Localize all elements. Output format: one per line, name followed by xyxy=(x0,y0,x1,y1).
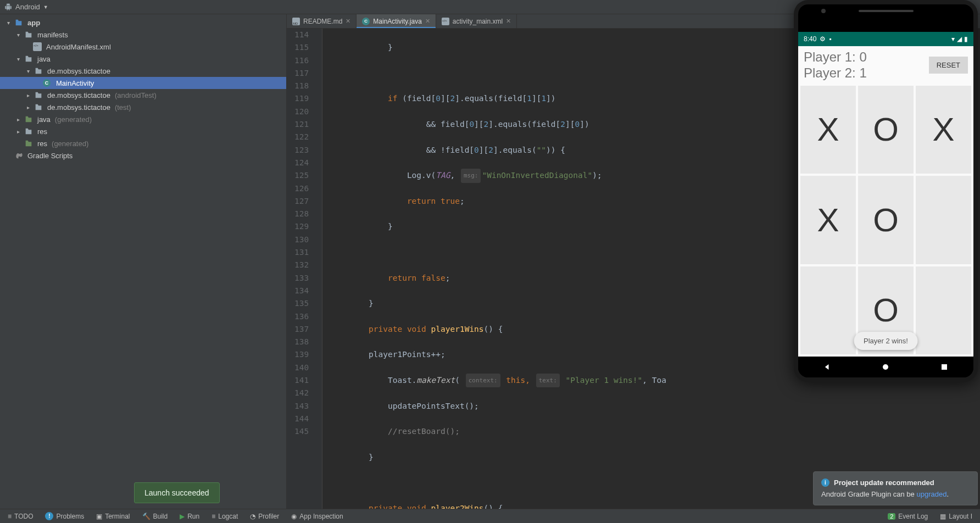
line-number: 120 xyxy=(294,105,309,118)
chevron-right-icon: ▸ xyxy=(14,116,22,123)
fold-column[interactable] xyxy=(315,29,322,509)
reset-button[interactable]: RESET xyxy=(929,57,968,74)
status-bar: 8:40 ⚙ ▪ ▾ ◢ ▮ xyxy=(798,32,973,46)
tree-node-gradle[interactable]: Gradle Scripts xyxy=(0,149,286,162)
xml-file-icon xyxy=(33,42,42,51)
ttt-cell-5[interactable] xyxy=(916,176,971,264)
home-button[interactable] xyxy=(880,361,891,372)
tree-label: Gradle Scripts xyxy=(27,152,73,160)
gear-icon: ⚙ xyxy=(820,35,826,43)
class-icon: C xyxy=(43,79,51,87)
line-number: 142 xyxy=(294,387,309,399)
java-class-icon xyxy=(362,18,370,25)
signal-icon: ◢ xyxy=(957,35,962,43)
tab-mainactivity[interactable]: MainActivity.java ✕ xyxy=(357,14,436,28)
ttt-cell-1[interactable]: O xyxy=(858,86,914,174)
ttt-cell-2[interactable]: X xyxy=(916,86,971,174)
close-icon[interactable]: ✕ xyxy=(506,18,511,25)
tree-node-app[interactable]: ▾ app xyxy=(0,16,286,29)
tree-node-java-gen[interactable]: ▸ java (generated) xyxy=(0,113,286,125)
project-panel[interactable]: ▾ app ▾ manifests AndroidManifest.xml ▾ … xyxy=(0,14,287,509)
tree-label: res xyxy=(37,140,47,148)
phone-toast: Player 2 wins! xyxy=(854,332,918,350)
inspection-icon: ◉ xyxy=(291,513,297,520)
tree-label: de.mobsys.tictactoe xyxy=(47,91,110,99)
package-icon xyxy=(34,66,43,75)
tree-hint: (test) xyxy=(115,103,131,112)
close-icon[interactable]: ✕ xyxy=(425,18,430,25)
problems-button[interactable]: !Problems xyxy=(40,509,90,523)
notification-popup[interactable]: i Project update recommended Android Gra… xyxy=(813,471,978,505)
view-mode-dropdown[interactable]: Android ▼ xyxy=(4,3,48,11)
chevron-down-icon: ▼ xyxy=(43,4,48,10)
play-icon: ▶ xyxy=(180,513,185,520)
build-button[interactable]: 🔨Build xyxy=(137,509,174,523)
tree-node-java[interactable]: ▾ java xyxy=(0,53,286,65)
ttt-cell-4[interactable]: O xyxy=(858,176,914,264)
back-button[interactable] xyxy=(822,361,833,372)
chevron-right-icon: ▸ xyxy=(24,92,32,98)
logcat-button[interactable]: ≡Logcat xyxy=(206,509,243,523)
folder-icon xyxy=(24,30,33,39)
clock: 8:40 xyxy=(804,35,816,43)
tree-hint: (generated) xyxy=(55,115,92,124)
tree-label: app xyxy=(27,19,40,27)
line-number: 139 xyxy=(294,348,309,361)
tictactoe-grid: XOXXOO xyxy=(798,84,973,357)
tree-node-package-androidtest[interactable]: ▸ de.mobsys.tictactoe (androidTest) xyxy=(0,89,286,101)
gradle-icon xyxy=(14,151,23,160)
markdown-file-icon xyxy=(292,18,300,25)
ttt-cell-6[interactable] xyxy=(800,266,856,354)
tree-node-res-gen[interactable]: res (generated) xyxy=(0,137,286,149)
list-icon: ≡ xyxy=(8,513,12,520)
tree-node-res[interactable]: ▸ res xyxy=(0,125,286,137)
eventlog-button[interactable]: 2Event Log xyxy=(882,509,933,523)
recent-button[interactable] xyxy=(939,361,950,372)
tree-node-package-test[interactable]: ▸ de.mobsys.tictactoe (test) xyxy=(0,101,286,113)
bottom-toolbar: ≡TODO !Problems ▣Terminal 🔨Build ▶Run ≡L… xyxy=(0,509,980,523)
tree-label: java xyxy=(37,55,51,63)
folder-icon xyxy=(24,127,33,136)
line-numbers: 1141151161171181191201211221231241251261… xyxy=(287,29,315,509)
code-line: } xyxy=(330,41,393,54)
ttt-cell-0[interactable]: X xyxy=(800,86,856,174)
tab-label: README.md xyxy=(303,18,342,25)
wifi-icon: ▾ xyxy=(951,35,955,43)
folder-icon xyxy=(24,54,33,63)
line-number: 140 xyxy=(294,361,309,374)
ttt-cell-8[interactable] xyxy=(916,266,971,354)
project-tree: ▾ app ▾ manifests AndroidManifest.xml ▾ … xyxy=(0,14,286,162)
chevron-down-icon: ▾ xyxy=(24,68,32,74)
layoutinspector-button[interactable]: ▦Layout I xyxy=(934,509,978,523)
folder-icon xyxy=(24,115,33,124)
line-number: 145 xyxy=(294,425,309,438)
line-number: 135 xyxy=(294,297,309,310)
todo-button[interactable]: ≡TODO xyxy=(2,509,38,523)
line-number: 132 xyxy=(294,259,309,271)
profiler-button[interactable]: ◔Profiler xyxy=(244,509,285,523)
run-button[interactable]: ▶Run xyxy=(174,509,205,523)
tab-activitymain[interactable]: activity_main.xml ✕ xyxy=(436,14,517,28)
app-screen: Player 1: 0 Player 2: 1 RESET XOXXOO xyxy=(798,46,973,357)
toast-text: Launch succeeded xyxy=(144,488,209,497)
tree-node-package[interactable]: ▾ de.mobsys.tictactoe xyxy=(0,65,286,77)
upgrade-link[interactable]: upgraded xyxy=(916,490,946,498)
folder-icon xyxy=(24,139,33,148)
tab-label: activity_main.xml xyxy=(453,18,503,25)
tree-hint: (generated) xyxy=(52,140,88,148)
tree-node-androidmanifest[interactable]: AndroidManifest.xml xyxy=(0,41,286,53)
chevron-down-icon: ▾ xyxy=(14,32,22,38)
tab-readme[interactable]: README.md ✕ xyxy=(287,14,357,28)
tree-label: de.mobsys.tictactoe xyxy=(47,103,110,112)
line-number: 131 xyxy=(294,246,309,259)
package-icon xyxy=(34,91,43,99)
emulator-device[interactable]: 8:40 ⚙ ▪ ▾ ◢ ▮ Player 1: 0 Player 2: 1 R… xyxy=(794,0,978,382)
tree-node-manifests[interactable]: ▾ manifests xyxy=(0,29,286,41)
camera-icon xyxy=(821,9,826,13)
tree-node-mainactivity[interactable]: C MainActivity xyxy=(0,77,286,89)
close-icon[interactable]: ✕ xyxy=(346,18,350,25)
terminal-button[interactable]: ▣Terminal xyxy=(91,509,135,523)
ttt-cell-3[interactable]: X xyxy=(800,176,856,264)
appinspection-button[interactable]: ◉App Inspection xyxy=(286,509,348,523)
line-number: 127 xyxy=(294,195,309,208)
